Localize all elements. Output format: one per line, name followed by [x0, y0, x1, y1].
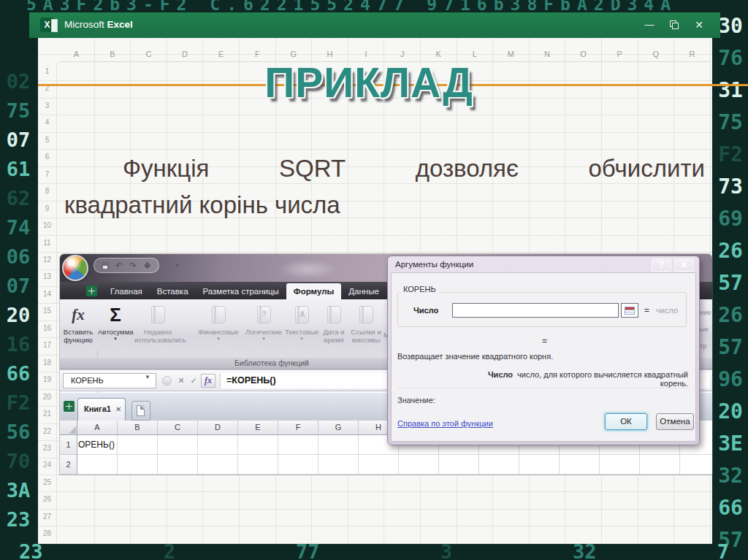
- matrix-digit: 3E: [713, 428, 748, 460]
- number-argument-label: Число: [413, 306, 438, 315]
- name-box-caret-icon[interactable]: ▼: [145, 374, 150, 380]
- collapse-dialog-button[interactable]: [621, 303, 638, 318]
- undo-icon[interactable]: ↶: [115, 261, 123, 271]
- date-time-functions-button[interactable]: Дата и время: [318, 302, 349, 356]
- body-word: SQRT: [279, 155, 346, 183]
- row-header: 11: [38, 234, 56, 251]
- grid-row-header[interactable]: 1: [60, 435, 77, 455]
- office-button[interactable]: [62, 255, 88, 281]
- lookup-reference-functions-button[interactable]: Ссылки и массивы: [349, 302, 383, 356]
- select-all-corner[interactable]: [60, 421, 77, 435]
- clipped-label: ые: [700, 325, 712, 333]
- grid-row-headers: 12: [60, 435, 77, 475]
- grid-column-header[interactable]: F: [278, 421, 318, 435]
- slide-title: ПРИКЛАД: [212, 58, 526, 107]
- grid-row-header[interactable]: 2: [60, 455, 77, 475]
- function-description: Возвращает значение квадратного корня.: [397, 352, 553, 361]
- matrix-digit: 23: [0, 505, 37, 534]
- matrix-digit: 07: [0, 126, 37, 155]
- collapse-dialog-icon: [625, 307, 635, 315]
- matrix-digit: 70: [0, 447, 37, 476]
- parameter-description: Числочисло, для которого вычисляется ква…: [472, 370, 688, 388]
- book-search-icon: [359, 306, 373, 323]
- dialog-help-button[interactable]: ?: [652, 258, 671, 272]
- matrix-digit: 62: [0, 184, 37, 213]
- grid-column-header[interactable]: G: [318, 421, 359, 435]
- ribbon-tabs: ГлавнаяВставкаРазметка страницыФормулыДа…: [103, 283, 429, 299]
- row-header: 9: [38, 200, 56, 217]
- restore-button[interactable]: [666, 18, 682, 31]
- matrix-digit: 66: [713, 492, 748, 524]
- column-header: O: [565, 46, 602, 61]
- cancel-button[interactable]: Отмена: [656, 413, 694, 430]
- column-header: D: [167, 46, 204, 61]
- redo-icon[interactable]: ↷: [129, 261, 137, 271]
- close-button[interactable]: ✕: [691, 18, 707, 31]
- column-header: P: [602, 46, 638, 61]
- grid-column-header[interactable]: B: [118, 421, 158, 435]
- cancel-entry-icon[interactable]: ✕: [175, 375, 187, 386]
- formula-bar-dot-icon: [162, 376, 172, 386]
- window-title: Microsoft Excel: [64, 19, 133, 30]
- row-header: 28: [38, 525, 56, 542]
- ribbon-tab[interactable]: Главная: [103, 283, 150, 299]
- logical-functions-button[interactable]: ? Логические ▾: [243, 302, 285, 356]
- row-header: 7: [38, 166, 56, 183]
- ribbon-tab[interactable]: Разметка страницы: [196, 283, 286, 299]
- row-header: 27: [38, 508, 56, 525]
- dialog-close-button[interactable]: ✕: [674, 258, 694, 272]
- qat-customize-caret-icon[interactable]: ▾: [175, 261, 179, 269]
- ribbon-tab[interactable]: Данные: [341, 283, 386, 299]
- text-functions-button[interactable]: A Текстовые ▾: [285, 302, 318, 356]
- insert-function-icon[interactable]: fx: [201, 374, 215, 388]
- matrix-digits-right: 30763175F273692657265796203E326657: [713, 10, 748, 556]
- insert-function-button[interactable]: fx Вставить функцию: [60, 302, 96, 356]
- cell-a1[interactable]: ОРЕНЬ(): [78, 436, 117, 454]
- quick-access-toolbar: ↶ ↷ ❖: [94, 258, 159, 273]
- book-question-icon: ?: [257, 306, 271, 323]
- matrix-digit: 75: [0, 96, 37, 126]
- row-header: 20: [38, 388, 56, 405]
- grid-column-header[interactable]: C: [158, 421, 198, 435]
- new-workbook-tab[interactable]: [131, 401, 150, 421]
- row-header: 26: [38, 491, 56, 507]
- ok-button[interactable]: ОК: [605, 413, 647, 430]
- book-calendar-icon: [327, 306, 341, 323]
- function-help-link[interactable]: Справка по этой функции: [397, 419, 493, 428]
- clipped-ribbon-sliver: ниеыетр: [700, 299, 712, 358]
- name-box[interactable]: КОРЕНЬ: [63, 373, 156, 388]
- addin-icon[interactable]: ❖: [143, 261, 151, 271]
- ribbon-tab[interactable]: Вставка: [150, 283, 196, 299]
- number-argument-input[interactable]: [452, 303, 619, 318]
- ribbon-tab[interactable]: Формулы: [286, 283, 341, 299]
- body-word: Функція: [123, 155, 209, 183]
- save-icon[interactable]: [102, 262, 109, 269]
- value-label: Значение:: [397, 396, 435, 404]
- grid-column-header[interactable]: A: [77, 421, 118, 435]
- matrix-digit: 02: [0, 67, 37, 96]
- row-header: 14: [38, 285, 56, 302]
- dialog-body: КОРЕНЬ Число = число = Возвращает значен…: [391, 272, 696, 442]
- workbook-tab[interactable]: Книга1✕: [77, 398, 126, 421]
- presentation-slide: 5A3F2b3-F2 C.6221552477 9716b38FbA2D34A …: [0, 0, 748, 560]
- matrix-digit: 74: [0, 213, 37, 242]
- sheet-row-headers: 1234567891011121314151617181920212223242…: [38, 63, 57, 542]
- financial-functions-button[interactable]: Финансовые ▾: [194, 302, 243, 356]
- autosum-button[interactable]: Σ Автосумма ▾: [98, 302, 133, 356]
- grid-column-header[interactable]: E: [238, 421, 278, 435]
- matrix-digit: 16: [0, 330, 37, 359]
- minimize-button[interactable]: —: [641, 18, 657, 31]
- window-titlebar: X Microsoft Excel — ✕: [29, 12, 720, 38]
- excel-app-icon: X: [40, 18, 54, 32]
- confirm-entry-icon[interactable]: ✓: [188, 375, 199, 386]
- column-header: B: [95, 46, 131, 61]
- row-header: 15: [38, 302, 56, 319]
- grid-column-header[interactable]: D: [198, 421, 238, 435]
- sigma-icon: Σ: [110, 304, 121, 326]
- clipped-label: ние: [700, 308, 712, 316]
- row-header: 12: [38, 251, 56, 268]
- recently-used-button[interactable]: Недавно использовались: [134, 302, 181, 356]
- body-word: дозволяє: [416, 155, 519, 183]
- workbook-tab-close-icon[interactable]: ✕: [115, 405, 121, 413]
- column-header: C: [131, 46, 167, 61]
